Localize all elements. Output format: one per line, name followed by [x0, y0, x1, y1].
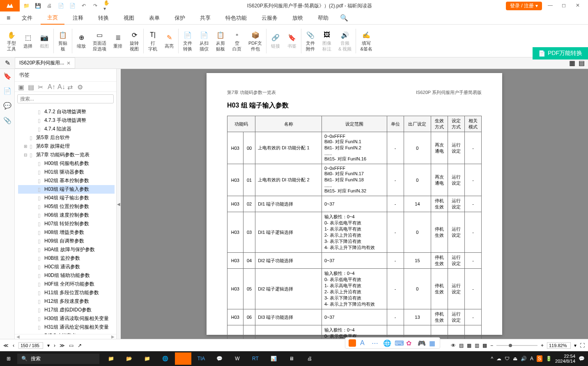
- taskbar-app-ppt[interactable]: 📊: [265, 352, 282, 365]
- bookmark-item[interactable]: ▯H06组 速度控制参数: [18, 211, 115, 220]
- close-tab-icon[interactable]: ✕: [67, 60, 71, 66]
- bookmark-item[interactable]: ▯H08组 增益类参数: [18, 228, 115, 237]
- taskbar-app-wps[interactable]: W: [229, 352, 246, 365]
- bookmark-item[interactable]: ▯H31组 通讯给定伺服相关变量: [18, 323, 115, 332]
- menu-file[interactable]: 文件: [15, 12, 39, 24]
- zoom-in-button[interactable]: +: [541, 343, 544, 348]
- bookmark-item[interactable]: ▯4.7.2 自动增益调整: [18, 108, 115, 116]
- ribbon-snapshot[interactable]: 📷截图: [36, 33, 53, 49]
- ribbon-link[interactable]: 🔗链接: [267, 33, 284, 49]
- menu-special[interactable]: 特色功能: [219, 12, 253, 24]
- menu-convert[interactable]: 转换: [92, 12, 115, 24]
- bookmark-item[interactable]: ▯H11组 多段位置功能参数: [18, 288, 115, 297]
- menu-share[interactable]: 共享: [193, 12, 217, 24]
- bookmark-item[interactable]: ▯H05组 位置控制参数: [18, 202, 115, 211]
- taskbar-app-1[interactable]: 📁: [103, 352, 119, 365]
- minimize-button[interactable]: —: [548, 2, 554, 9]
- tray-chevron-icon[interactable]: ^: [491, 356, 493, 361]
- ribbon-fit[interactable]: ▭页面适应选项: [90, 30, 110, 51]
- bookmark-item[interactable]: ▯H17组 虚拟DIDO参数: [18, 306, 115, 314]
- bookmarks-tree[interactable]: ▯4.7.2 自动增益调整▯4.7.3 手动增益调整▯4.7.4 陷波器▯第5章…: [15, 106, 116, 334]
- fullscreen-icon[interactable]: ⛶: [580, 343, 585, 348]
- next-page-button[interactable]: ›: [54, 343, 55, 348]
- ribbon-hand-tool[interactable]: ✋手型工具: [3, 30, 20, 51]
- ribbon-typewriter[interactable]: T|打字机: [145, 30, 161, 51]
- hamburger-icon[interactable]: ≡: [3, 13, 14, 23]
- float-grid-icon[interactable]: ▦: [429, 339, 436, 347]
- bookmark-item[interactable]: ▯H30组 通讯读取伺服相关变量: [18, 314, 115, 323]
- open-icon[interactable]: 📁: [23, 2, 30, 9]
- pdf-universal-convert-button[interactable]: 📄PDF万能转换: [533, 47, 588, 59]
- zoom-input[interactable]: [547, 342, 571, 349]
- bm-tool-6[interactable]: ⇄: [67, 83, 74, 90]
- taskbar-app-2[interactable]: 📂: [121, 352, 137, 365]
- taskbar-app-monitor[interactable]: 🖥: [283, 352, 300, 365]
- tray-volume-icon[interactable]: 🔊: [521, 356, 527, 361]
- ribbon-attachment[interactable]: 📎文件附件: [302, 30, 319, 51]
- bm-tool-1[interactable]: ▣: [18, 83, 25, 90]
- float-heart-icon[interactable]: ✿: [406, 339, 413, 347]
- ribbon-select[interactable]: ⬚选择: [20, 33, 36, 49]
- undo-icon[interactable]: ↶: [80, 2, 87, 9]
- zoom-slider[interactable]: [496, 345, 537, 346]
- bookmark-panel-icon[interactable]: 🔖: [3, 72, 11, 80]
- menu-annotate[interactable]: 注释: [66, 12, 90, 24]
- bookmark-item[interactable]: ▯H0D组 辅助功能参数: [18, 271, 115, 280]
- login-button[interactable]: 登录 / 注册▾: [506, 2, 542, 10]
- attachments-panel-icon[interactable]: 📎: [3, 117, 11, 125]
- menu-form[interactable]: 表单: [142, 12, 166, 24]
- close-button[interactable]: ✕: [576, 2, 582, 9]
- menu-help[interactable]: 帮助: [311, 12, 335, 24]
- bm-tool-2[interactable]: ▤: [28, 83, 34, 90]
- ribbon-clipboard[interactable]: 📋剪贴板: [55, 30, 71, 51]
- ribbon-image-annotation[interactable]: 🖼图像标注: [319, 30, 335, 51]
- start-button[interactable]: ⊞: [0, 356, 17, 361]
- grid-view-icon[interactable]: ▦: [569, 59, 575, 67]
- bm-tool-4[interactable]: A↑: [48, 83, 54, 90]
- doc2-icon[interactable]: 📄: [69, 2, 76, 9]
- bookmark-item[interactable]: ▯H03组 端子输入参数: [18, 185, 115, 194]
- ribbon-audio-video[interactable]: 🔊音频& 视频: [335, 30, 355, 51]
- bm-tool-7[interactable]: ⚙: [77, 83, 84, 90]
- redo-icon[interactable]: ↷: [92, 2, 99, 9]
- search-icon[interactable]: 🔍: [337, 12, 351, 23]
- taskbar-app-tia[interactable]: TIA: [193, 352, 209, 365]
- view-mode-3[interactable]: ▦: [467, 343, 471, 348]
- page-dropdown-icon[interactable]: ▾: [47, 343, 50, 348]
- float-keyboard-icon[interactable]: ⌨: [395, 339, 402, 347]
- taskbar-app-3[interactable]: 📁: [139, 352, 155, 365]
- bookmark-item[interactable]: ▯H0C组 通讯参数: [18, 263, 115, 271]
- prev-page-button[interactable]: ‹: [13, 343, 14, 348]
- taskbar-app-foxit[interactable]: [175, 352, 191, 365]
- ribbon-bookmark[interactable]: 🔖书签: [284, 33, 300, 49]
- bookmark-item[interactable]: ▯H02组 基本控制参数: [18, 176, 115, 185]
- ribbon-from-scanner[interactable]: 📄从扫描仪: [196, 30, 212, 51]
- view-mode-4[interactable]: ▥: [475, 343, 479, 348]
- menu-cloud[interactable]: 云服务: [255, 12, 284, 24]
- bookmark-item[interactable]: ▯H00组 伺服电机参数: [18, 159, 115, 168]
- taskbar-app-winrt[interactable]: RT: [247, 352, 264, 365]
- maximize-button[interactable]: ◻: [562, 2, 568, 9]
- nav-tool-2[interactable]: ↗: [78, 343, 82, 348]
- bookmark-item[interactable]: ▯H0A组 故障与保护参数: [18, 245, 115, 254]
- app-logo[interactable]: [0, 0, 20, 11]
- bookmark-item[interactable]: ▯第5章 后台软件: [18, 133, 115, 142]
- bookmark-item[interactable]: ▯H0F组 全闭环功能参数: [18, 280, 115, 288]
- tray-lang-icon[interactable]: A: [530, 356, 533, 361]
- taskbar-app-wechat[interactable]: 💬: [211, 352, 227, 365]
- ribbon-highlight[interactable]: ✎高亮: [161, 33, 177, 49]
- edit-tool-icon[interactable]: ✎: [0, 59, 15, 67]
- document-tab[interactable]: IS620P系列伺服用... ✕: [15, 57, 75, 69]
- view-mode-5[interactable]: ▩: [482, 343, 487, 348]
- float-dots-icon[interactable]: ⋯: [372, 339, 379, 347]
- save-icon[interactable]: 💾: [34, 2, 41, 9]
- bm-tool-5[interactable]: A↓: [57, 83, 64, 90]
- bookmarks-hscroll[interactable]: ◀▶: [15, 334, 116, 339]
- ribbon-fill-sign[interactable]: ✍填写&签名: [357, 30, 375, 51]
- bookmark-item[interactable]: ▯H09组 自调整参数: [18, 237, 115, 245]
- bookmark-item[interactable]: ⊞▯第6章 故障处理: [18, 142, 115, 151]
- page-number-input[interactable]: [18, 342, 43, 349]
- hand-dropdown-icon[interactable]: ✋▾: [103, 2, 110, 9]
- first-page-button[interactable]: ≪: [3, 343, 9, 348]
- bookmark-item[interactable]: ▯H01组 驱动器参数: [18, 168, 115, 176]
